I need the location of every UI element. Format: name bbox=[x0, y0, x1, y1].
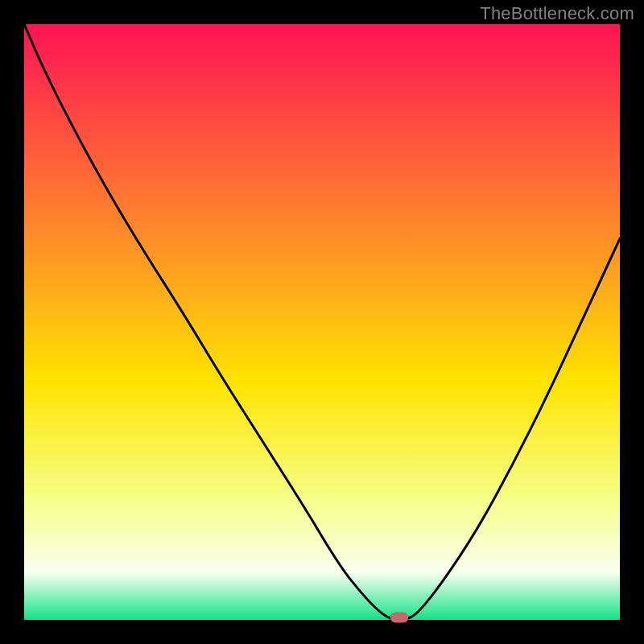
watermark-text: TheBottleneck.com bbox=[480, 3, 634, 24]
gradient-background bbox=[24, 24, 620, 620]
plot-svg bbox=[24, 24, 620, 620]
chart-frame: TheBottleneck.com bbox=[0, 0, 644, 644]
plot-area bbox=[24, 24, 620, 620]
optimal-point-marker bbox=[390, 613, 408, 623]
